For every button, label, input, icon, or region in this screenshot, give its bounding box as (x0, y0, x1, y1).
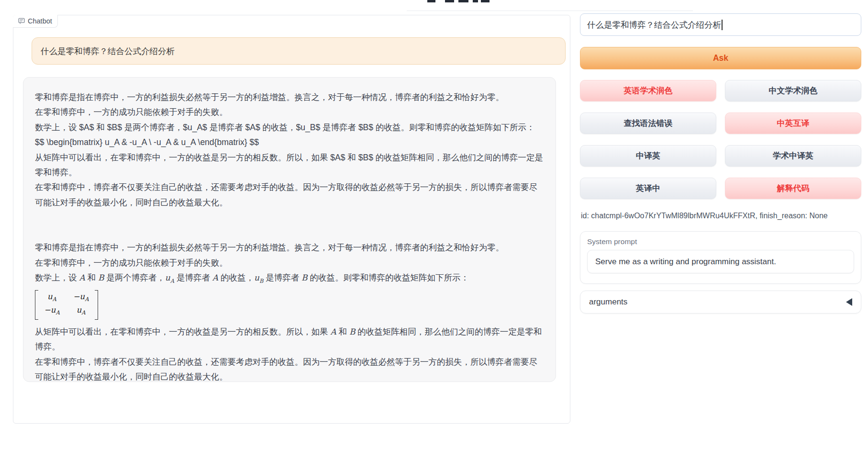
math-var: A (212, 273, 218, 282)
bot-message: 零和博弈是指在博弈中，一方的利益损失必然等于另一方的利益增益。换言之，对于每一种… (23, 77, 556, 382)
completion-status-text: id: chatcmpl-6wOo7KrYTwMl89lbrMWRu4UkFFX… (581, 212, 861, 220)
question-input[interactable]: 什么是零和博弈？结合公式介绍分析 (580, 13, 861, 36)
button-english-academic-polish[interactable]: 英语学术润色 (580, 80, 716, 101)
bot-answer-rendered: 零和博弈是指在博弈中，一方的利益损失必然等于另一方的利益增益。换言之，对于每一种… (35, 240, 544, 382)
user-message: 什么是零和博弈？结合公式介绍分析 (32, 37, 566, 65)
raw-latex-formula: $$ \begin{bmatrix} u_A & -u_A \ -u_A & u… (35, 135, 544, 150)
payoff-matrix: uA −uA −uA uA (35, 290, 98, 320)
button-en-to-zh[interactable]: 英译中 (580, 178, 716, 199)
arguments-accordion-label: arguments (589, 297, 627, 307)
math-var: A (330, 327, 336, 337)
button-find-grammar-errors[interactable]: 查找语法错误 (580, 112, 716, 134)
system-prompt-group: System prompt Serve me as a writing and … (580, 231, 861, 284)
rendered-paragraph-strategy: 在零和博弈中，博弈者不仅要关注自己的收益，还需要考虑对手的收益。因为一方取得的收… (35, 355, 544, 382)
matrix-left-bracket (35, 290, 38, 320)
clipped-page-title (426, 0, 498, 3)
system-prompt-label: System prompt (587, 237, 854, 246)
system-prompt-input[interactable]: Serve me as a writing and programming as… (587, 250, 854, 273)
bot-answer-raw: 零和博弈是指在博弈中，一方的利益损失必然等于另一方的利益增益。换言之，对于每一种… (35, 90, 544, 210)
raw-line-1: 零和博弈是指在博弈中，一方的利益损失必然等于另一方的利益增益。换言之，对于每一种… (35, 90, 544, 105)
control-column: 什么是零和博弈？结合公式介绍分析 Ask 英语学术润色 中文学术润色 查找语法错… (580, 0, 861, 460)
matrix-right-bracket (95, 290, 98, 320)
user-message-text: 什么是零和博弈？结合公式介绍分析 (41, 45, 175, 57)
button-explain-code[interactable]: 解释代码 (725, 178, 861, 199)
raw-paragraph-matrix-explain: 从矩阵中可以看出，在零和博弈中，一方的收益是另一方的相反数。所以，如果 $A$ … (35, 150, 544, 180)
arguments-accordion[interactable]: arguments (580, 291, 861, 314)
app-page: Chatbot 什么是零和博弈？结合公式介绍分析 零和博弈是指在博弈中，一方的利… (0, 0, 868, 460)
math-var: B (301, 273, 308, 282)
chatbot-panel: Chatbot 什么是零和博弈？结合公式介绍分析 零和博弈是指在博弈中，一方的利… (13, 15, 570, 424)
raw-paragraph-strategy: 在零和博弈中，博弈者不仅要关注自己的收益，还需要考虑对手的收益。因为一方取得的收… (35, 180, 544, 210)
ask-button[interactable]: Ask (580, 47, 861, 69)
rendered-line-2: 在零和博弈中，一方的成功只能依赖于对手的失败。 (35, 256, 544, 270)
chatbot-label-chip: Chatbot (13, 15, 58, 28)
math-var: u (254, 273, 259, 282)
rendered-paragraph-matrix-explain: 从矩阵中可以看出，在零和博弈中，一方的收益是另一方的相反数。所以，如果 A 和 … (35, 325, 544, 355)
question-input-value: 什么是零和博弈？结合公式介绍分析 (587, 19, 721, 31)
button-zh-to-en[interactable]: 中译英 (580, 145, 716, 167)
system-prompt-value: Serve me as a writing and programming as… (595, 257, 776, 267)
raw-paragraph-math-intro: 数学上，设 $A$ 和 $B$ 是两个博弈者，$u_A$ 是博弈者 $A$ 的收… (35, 120, 544, 135)
math-var: A (79, 273, 85, 282)
math-var: u (165, 273, 170, 282)
rendered-line-1: 零和博弈是指在博弈中，一方的利益损失必然等于另一方的利益增益。换言之，对于每一种… (35, 240, 544, 255)
button-academic-zh-to-en[interactable]: 学术中译英 (725, 145, 861, 167)
chat-bubble-icon (18, 18, 25, 24)
chatbot-label: Chatbot (28, 17, 52, 25)
raw-line-2: 在零和博弈中，一方的成功只能依赖于对手的失败。 (35, 105, 544, 120)
text-cursor (722, 20, 723, 30)
collapse-arrow-icon (846, 298, 852, 306)
rendered-paragraph-math-intro: 数学上，设 A 和 B 是两个博弈者，uA 是博弈者 A 的收益，uB 是博弈者… (35, 270, 544, 289)
math-var: B (98, 273, 104, 282)
math-var: B (349, 327, 356, 337)
button-zh-en-mutual-translate[interactable]: 中英互译 (725, 112, 861, 134)
button-chinese-academic-polish[interactable]: 中文学术润色 (725, 80, 861, 101)
